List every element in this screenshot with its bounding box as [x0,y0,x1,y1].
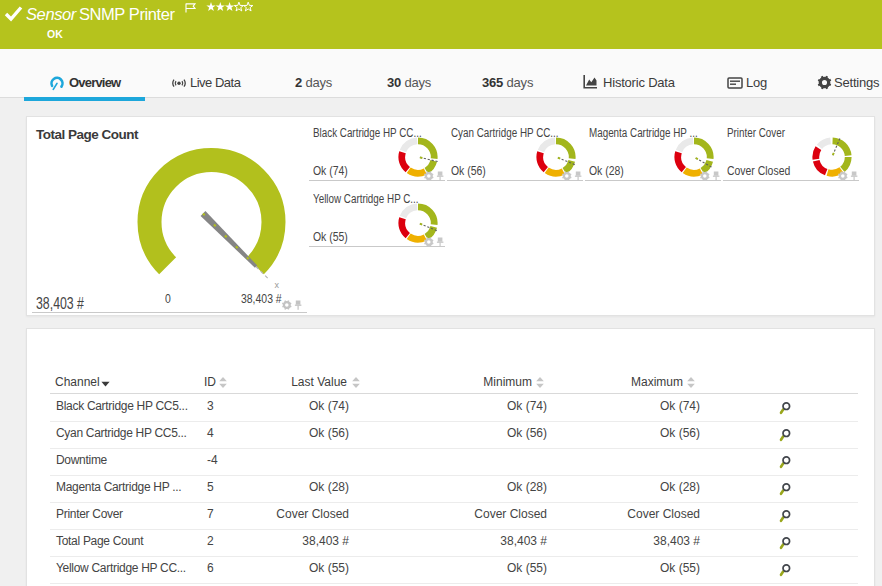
svg-text:x: x [274,280,279,290]
